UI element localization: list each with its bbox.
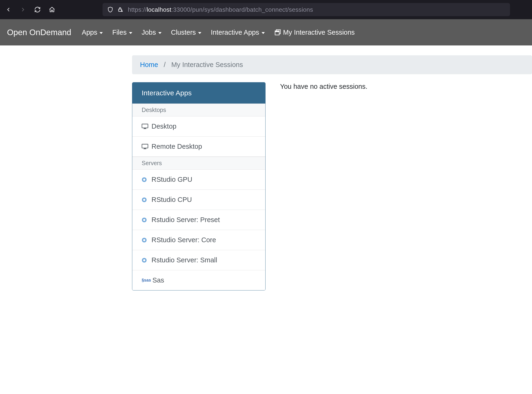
- sidebar-item-label: Rstudio Server: Small: [152, 256, 217, 264]
- sidebar-item-remote-desktop[interactable]: Remote Desktop: [132, 137, 265, 157]
- url-bar[interactable]: https://localhost:33000/pun/sys/dashboar…: [102, 3, 510, 16]
- left-gutter: [0, 55, 132, 290]
- interactive-apps-panel: Interactive Apps Desktops Desktop Remote…: [132, 82, 266, 290]
- sas-icon: §sas: [142, 278, 150, 283]
- rstudio-icon: [142, 177, 149, 182]
- rstudio-icon: [142, 217, 149, 223]
- breadcrumb-current: My Interactive Sessions: [171, 61, 243, 69]
- nav-clusters[interactable]: Clusters: [171, 29, 201, 36]
- group-servers: Servers: [132, 157, 265, 170]
- nav-apps-label: Apps: [82, 29, 97, 36]
- nav-clusters-label: Clusters: [171, 29, 196, 36]
- svg-rect-7: [142, 144, 148, 148]
- app-navbar: Open OnDemand Apps Files Jobs Clusters I…: [0, 19, 532, 46]
- rstudio-icon: [142, 238, 149, 243]
- nav-interactive-apps-label: Interactive Apps: [211, 29, 259, 36]
- svg-point-17: [143, 239, 145, 241]
- chevron-down-icon: [261, 32, 265, 34]
- rstudio-icon: [142, 197, 149, 202]
- desktop-icon: [142, 144, 149, 150]
- sidebar-item-label: Rstudio Server: Preset: [152, 216, 220, 224]
- nav-interactive-apps[interactable]: Interactive Apps: [211, 29, 265, 36]
- app-brand[interactable]: Open OnDemand: [7, 28, 71, 37]
- group-desktops: Desktops: [132, 104, 265, 116]
- svg-rect-9: [144, 148, 146, 149]
- panel-header: Interactive Apps: [132, 83, 265, 104]
- no-sessions-message: You have no active sessions.: [280, 83, 367, 90]
- home-icon[interactable]: [48, 6, 56, 13]
- url-prefix: https://: [128, 6, 147, 13]
- svg-point-19: [143, 259, 145, 261]
- main-column: Home / My Interactive Sessions Interacti…: [132, 55, 532, 290]
- sidebar-item-label: RStudio GPU: [152, 176, 192, 183]
- svg-rect-3: [275, 31, 279, 32]
- window-restore-icon: [274, 29, 281, 36]
- sidebar-item-label: Sas: [153, 276, 164, 284]
- rstudio-icon: [142, 258, 149, 263]
- lock-warning-icon: [118, 7, 124, 13]
- nav-files-label: Files: [112, 29, 126, 36]
- sidebar-item-label: Desktop: [152, 123, 176, 130]
- nav-jobs-label: Jobs: [142, 29, 156, 36]
- sidebar-item-rstudio-small[interactable]: Rstudio Server: Small: [132, 250, 265, 270]
- browser-nav-buttons: [5, 6, 56, 13]
- content: Home / My Interactive Sessions Interacti…: [0, 46, 532, 290]
- nav-jobs[interactable]: Jobs: [142, 29, 162, 36]
- sidebar-item-rstudio-cpu[interactable]: RStudio CPU: [132, 190, 265, 210]
- breadcrumb-separator: /: [164, 61, 166, 69]
- nav-my-sessions-label: My Interactive Sessions: [283, 29, 355, 36]
- back-icon[interactable]: [5, 6, 12, 13]
- sidebar-item-label: RStudio CPU: [152, 196, 192, 204]
- reload-icon[interactable]: [34, 6, 41, 13]
- sidebar-item-rstudio-core[interactable]: RStudio Server: Core: [132, 230, 265, 250]
- svg-rect-4: [142, 124, 148, 128]
- desktop-icon: [142, 124, 149, 129]
- sidebar-item-desktop[interactable]: Desktop: [132, 116, 265, 137]
- svg-rect-6: [144, 128, 146, 129]
- chevron-down-icon: [129, 32, 132, 34]
- url-suffix: :33000/pun/sys/dashboard/batch_connect/s…: [171, 6, 313, 13]
- sidebar-item-rstudio-gpu[interactable]: RStudio GPU: [132, 170, 265, 190]
- chevron-down-icon: [198, 32, 201, 34]
- chevron-down-icon: [100, 32, 103, 34]
- breadcrumb-home[interactable]: Home: [140, 61, 158, 69]
- nav-files[interactable]: Files: [112, 29, 132, 36]
- breadcrumb: Home / My Interactive Sessions: [132, 55, 532, 74]
- url-host: localhost: [147, 6, 171, 13]
- sidebar-item-rstudio-preset[interactable]: Rstudio Server: Preset: [132, 210, 265, 230]
- nav-apps[interactable]: Apps: [82, 29, 103, 36]
- nav-my-sessions[interactable]: My Interactive Sessions: [274, 29, 355, 36]
- shield-icon: [107, 7, 113, 13]
- browser-toolbar: https://localhost:33000/pun/sys/dashboar…: [0, 0, 532, 19]
- main-columns: Interactive Apps Desktops Desktop Remote…: [132, 82, 532, 290]
- sidebar-item-sas[interactable]: §sas Sas: [132, 270, 265, 290]
- chevron-down-icon: [158, 32, 162, 34]
- sidebar-item-label: Remote Desktop: [152, 143, 202, 150]
- url-text: https://localhost:33000/pun/sys/dashboar…: [128, 6, 313, 13]
- sidebar-item-label: RStudio Server: Core: [152, 236, 216, 244]
- sessions-area: You have no active sessions.: [280, 82, 532, 290]
- svg-point-11: [143, 178, 145, 181]
- forward-icon[interactable]: [19, 6, 27, 13]
- svg-point-15: [143, 219, 145, 221]
- svg-rect-0: [118, 9, 122, 11]
- svg-point-13: [143, 199, 145, 201]
